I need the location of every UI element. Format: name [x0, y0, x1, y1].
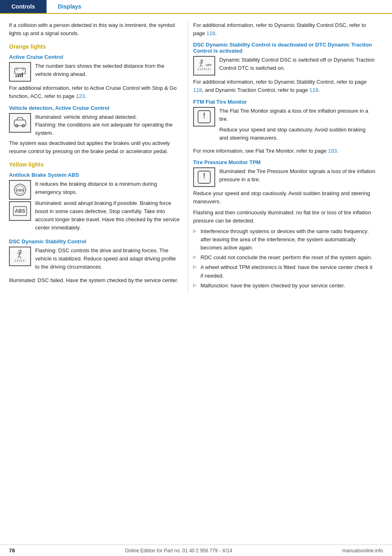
svg-text:OFF: OFF	[206, 64, 212, 67]
abs-circle-svg: ABS	[12, 182, 28, 198]
tpm-desc2: Reduce your speed and stop cautiously. A…	[193, 189, 376, 206]
svg-text:_  _: _ _	[202, 120, 206, 123]
dsc-icon-row: Flashing: DSC controls the drive and bra…	[9, 247, 180, 274]
acc-note: For additional information, refer to Act…	[9, 84, 180, 100]
vehicle-detection-icon-row: Illuminated: vehicle driving ahead detec…	[9, 113, 180, 137]
vehicle-detection-text: Illuminated: vehicle driving ahead detec…	[35, 113, 180, 137]
svg-line-1	[16, 68, 18, 71]
svg-text:_  _: _ _	[202, 180, 206, 183]
svg-rect-6	[22, 73, 23, 77]
tab-displays[interactable]: Displays	[47, 0, 93, 13]
tpm-bullet-3: A wheel without TPM electronics is fitte…	[193, 263, 376, 280]
abs-text-icon: ABS	[9, 201, 31, 221]
ftm-note: For more information, see Flat Tire Moni…	[193, 147, 376, 155]
svg-line-25	[199, 63, 201, 63]
tpm-bullet-list: Interference through systems or devices …	[193, 227, 376, 290]
dsc-additional-note: For additional information, refer to Dyn…	[193, 21, 376, 38]
svg-point-15	[19, 250, 21, 253]
ftm-icon: ! _ _	[193, 107, 215, 127]
acc-icon	[9, 62, 31, 82]
dsc-description: Flashing: DSC controls the drive and bra…	[35, 247, 180, 274]
tab-controls[interactable]: Controls	[0, 0, 47, 13]
dsc-off-description: Dynamic Stability Control DSC is switche…	[219, 56, 376, 72]
dsc-off-icon-row: OFF Dynamic Stability Control DSC is swi…	[193, 56, 376, 76]
abs-text-svg: ABS	[12, 203, 28, 219]
svg-line-17	[17, 254, 19, 254]
svg-rect-5	[20, 73, 21, 77]
acc-icon-row: The number bars shows the selected dista…	[9, 62, 180, 82]
dsc-deactivated-note: For additional information, refer to Dyn…	[193, 78, 376, 94]
vehicle-detection-icon	[9, 113, 31, 133]
yellow-lights-heading: Yellow lights	[9, 161, 180, 168]
dsc-off-icon: OFF	[193, 56, 215, 76]
tpm-svg: ! _ _	[196, 169, 212, 185]
tpm-description: Illuminated: the Tire Pressure Monitor s…	[219, 167, 376, 183]
svg-text:ABS: ABS	[15, 208, 25, 214]
dsc-page2-link[interactable]: 119	[310, 87, 318, 93]
footer-copyright: Online Edition for Part no. 01 40 2 956 …	[125, 548, 232, 554]
abs-double-icon: ABS ABS	[9, 180, 31, 221]
abs-icon-rows: ABS ABS It reduces the braking distance …	[9, 180, 180, 234]
orange-lights-heading: Orange lights	[9, 43, 180, 50]
acc-description: The number bars shows the selected dista…	[35, 62, 180, 78]
dsc-off-svg: OFF	[196, 58, 212, 73]
active-cruise-control-heading: Active Cruise Control	[9, 54, 180, 60]
acc-bars-svg	[12, 64, 28, 80]
ftm-svg: ! _ _	[196, 109, 212, 125]
page-number: 78	[9, 547, 15, 554]
tpm-desc3: Flashing and then continuously illuminat…	[193, 209, 376, 225]
svg-line-19	[18, 256, 19, 258]
abs-description: It reduces the braking distance to a min…	[35, 180, 180, 234]
svg-rect-3	[16, 75, 17, 77]
svg-text:!: !	[203, 111, 205, 120]
main-content: If a collision with a person detected in…	[0, 14, 392, 309]
dsc-deactivated-heading: DSC Dynamic Stability Control is deactiv…	[193, 42, 376, 54]
svg-rect-0	[15, 68, 25, 74]
acc-page-link[interactable]: 123	[76, 93, 85, 99]
vehicle-detection-note: The system was deactivated but applies t…	[9, 139, 180, 156]
svg-line-2	[22, 68, 24, 71]
tpm-icon: ! _ _	[193, 167, 215, 187]
abs-heading: Antilock Brake System ABS	[9, 172, 180, 178]
dsc-skid-svg	[12, 249, 28, 264]
tpm-bullet-2: RDC could not conclude the reset: perfor…	[193, 254, 376, 262]
vehicle-detection-svg	[12, 115, 28, 131]
svg-rect-4	[18, 74, 19, 77]
dsc-skid-icon	[9, 247, 31, 266]
ftm-description: The Flat Tire Monitor signals a loss of …	[219, 107, 376, 145]
dsc-heading: DSC Dynamic Stability Control	[9, 238, 180, 245]
svg-point-23	[201, 60, 203, 62]
tpm-bullet-4: Malfunction: have the system checked by …	[193, 282, 376, 290]
dsc-illuminated: Illuminated: DSC failed. Have the system…	[9, 276, 180, 285]
svg-line-20	[19, 256, 21, 258]
top-nav: Controls Displays	[0, 0, 392, 14]
tpm-bullet-1: Interference through systems or devices …	[193, 227, 376, 252]
ftm-icon-row: ! _ _ The Flat Tire Monitor signals a lo…	[193, 107, 376, 145]
svg-text:!: !	[203, 172, 205, 180]
svg-text:ABS: ABS	[16, 188, 24, 192]
right-column: For additional information, refer to Dyn…	[188, 21, 384, 292]
left-column: If a collision with a person detected in…	[0, 21, 188, 292]
intro-paragraph: If a collision with a person detected in…	[9, 21, 180, 38]
dsc-additional-page-link[interactable]: 118	[207, 30, 216, 36]
svg-line-28	[201, 65, 203, 67]
tpm-heading: Tire Pressure Monitor TPM	[193, 159, 376, 165]
abs-circle-icon: ABS	[9, 180, 31, 200]
ftm-page-link[interactable]: 103	[328, 148, 337, 154]
vehicle-detection-heading: Vehicle detection, Active Cruise Control	[9, 105, 180, 111]
footer: 78 Online Edition for Part no. 01 40 2 9…	[0, 545, 392, 556]
dsc-page1-link[interactable]: 118	[193, 87, 202, 93]
footer-website: manualsonline.info	[342, 548, 383, 554]
tpm-icon-row: ! _ _ Illuminated: the Tire Pressure Mon…	[193, 167, 376, 187]
svg-line-27	[200, 65, 201, 67]
ftm-heading: FTM Flat Tire Monitor	[193, 99, 376, 105]
